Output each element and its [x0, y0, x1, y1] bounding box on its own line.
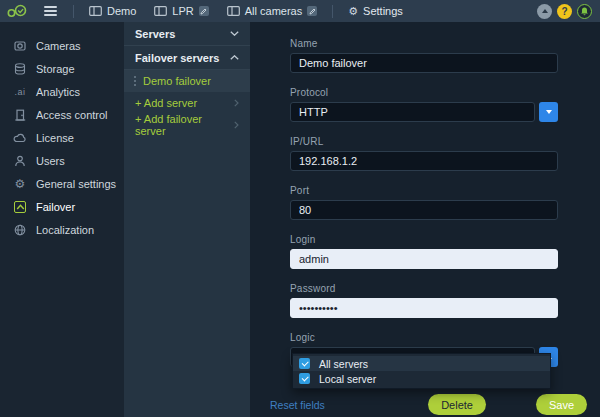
group-title: Servers [135, 28, 175, 40]
sidebar-item-label: Users [36, 155, 65, 167]
drag-handle-icon[interactable] [134, 76, 136, 86]
sidebar-item-label: Cameras [36, 40, 81, 52]
servers-group-header[interactable]: Servers [124, 22, 250, 46]
topbar: Demo LPR All cameras ⚙ Settings [0, 0, 600, 22]
storage-icon [13, 62, 27, 76]
help-button[interactable]: ? [557, 4, 572, 19]
sidebar-item-label: Access control [36, 109, 108, 121]
collapse-button[interactable] [537, 4, 552, 19]
failover-icon [13, 200, 27, 214]
tab-all-cameras[interactable]: All cameras [218, 0, 326, 22]
sidebar-item-analytics[interactable]: .ai Analytics [0, 80, 124, 103]
login-input[interactable] [290, 249, 558, 269]
triangle-up-icon [542, 9, 548, 13]
sidebar-item-access-control[interactable]: Access control [0, 103, 124, 126]
tab-lpr[interactable]: LPR [145, 0, 217, 22]
logic-option-all-servers[interactable]: All servers [293, 356, 550, 371]
chevron-right-icon [234, 99, 239, 107]
edit-pencil-icon[interactable] [307, 6, 317, 16]
screen-layout-icon [154, 6, 167, 16]
option-label: All servers [319, 358, 368, 370]
sidebar-item-label: License [36, 132, 74, 144]
topbar-divider [73, 5, 74, 18]
add-server-button[interactable]: + Add server [124, 92, 250, 114]
password-input[interactable] [290, 298, 558, 318]
server-list-item-selected[interactable]: Demo failover [124, 70, 250, 92]
chevron-down-icon [230, 31, 239, 36]
topbar-divider [332, 5, 333, 18]
screen-layout-icon [89, 6, 102, 16]
sidebar-item-failover[interactable]: Failover [0, 195, 124, 218]
group-title: Failover servers [135, 52, 219, 64]
protocol-select[interactable]: HTTP [290, 102, 535, 122]
protocol-field-group: Protocol HTTP [290, 87, 558, 122]
tab-label: Demo [107, 5, 136, 17]
notifications-button[interactable] [577, 4, 592, 19]
sidebar-item-users[interactable]: Users [0, 149, 124, 172]
sidebar-item-label: General settings [36, 178, 116, 190]
tab-settings[interactable]: ⚙ Settings [339, 5, 412, 17]
login-field-group: Login [290, 234, 558, 269]
delete-button[interactable]: Delete [428, 394, 486, 415]
question-mark-icon: ? [561, 6, 567, 17]
option-label: Local server [319, 373, 376, 385]
sidebar-item-license[interactable]: License [0, 126, 124, 149]
sidebar-item-localization[interactable]: Localization [0, 218, 124, 241]
tab-label: LPR [172, 5, 193, 17]
checkbox-checked-icon[interactable] [299, 358, 310, 369]
server-name: Demo failover [143, 75, 211, 87]
ip-label: IP/URL [290, 136, 558, 147]
protocol-value: HTTP [299, 106, 328, 118]
name-field-group: Name [290, 38, 558, 73]
screen-layout-icon [227, 6, 240, 16]
bell-icon [580, 7, 589, 16]
password-field-group: Password [290, 283, 558, 318]
sidebar-item-label: Failover [36, 201, 75, 213]
logic-option-local-server[interactable]: Local server [293, 371, 550, 386]
failover-settings-form: Name Protocol HTTP IP/URL Port Login [250, 22, 600, 417]
door-icon [13, 108, 27, 122]
add-server-label: + Add server [135, 97, 197, 109]
sidebar-item-storage[interactable]: Storage [0, 57, 124, 80]
gear-icon: ⚙ [348, 6, 358, 17]
tab-label: All cameras [245, 5, 302, 17]
login-label: Login [290, 234, 558, 245]
protocol-dropdown-button[interactable] [539, 102, 558, 122]
failover-servers-group-header[interactable]: Failover servers [124, 46, 250, 70]
tab-demo[interactable]: Demo [80, 0, 145, 22]
tab-label: Settings [363, 5, 403, 17]
chevron-right-icon [234, 121, 239, 129]
port-label: Port [290, 185, 558, 196]
name-label: Name [290, 38, 558, 49]
server-panel: Servers Failover servers Demo failover +… [124, 22, 250, 417]
reset-fields-link[interactable]: Reset fields [270, 399, 325, 411]
sidebar-item-label: Analytics [36, 86, 80, 98]
sidebar: Cameras Storage .ai Analytics Access con… [0, 22, 124, 417]
name-input[interactable] [290, 53, 558, 73]
port-field-group: Port [290, 185, 558, 220]
gear-icon: ⚙ [13, 177, 27, 191]
save-button[interactable]: Save [536, 394, 587, 415]
add-failover-server-label: + Add failover server [135, 113, 234, 137]
form-footer: Reset fields Delete Save [270, 394, 587, 415]
checkbox-checked-icon[interactable] [299, 373, 310, 384]
camera-icon [13, 39, 27, 53]
password-label: Password [290, 283, 558, 294]
sidebar-item-label: Storage [36, 63, 75, 75]
caret-down-icon [546, 110, 552, 114]
ip-input[interactable] [290, 151, 558, 171]
menu-icon[interactable] [44, 6, 57, 16]
sidebar-item-cameras[interactable]: Cameras [0, 34, 124, 57]
cloud-icon [13, 131, 27, 145]
app-body: Cameras Storage .ai Analytics Access con… [0, 22, 600, 417]
chevron-up-icon [230, 55, 239, 60]
app-logo-icon [6, 3, 30, 19]
edit-pencil-icon[interactable] [199, 6, 209, 16]
add-failover-server-button[interactable]: + Add failover server [124, 114, 250, 136]
logic-field-group: Logic All servers All servers Local serv… [290, 332, 558, 367]
protocol-label: Protocol [290, 87, 558, 98]
sidebar-item-general-settings[interactable]: ⚙ General settings [0, 172, 124, 195]
analytics-icon: .ai [13, 85, 27, 99]
app-window: Demo LPR All cameras ⚙ Settings [0, 0, 600, 417]
port-input[interactable] [290, 200, 558, 220]
